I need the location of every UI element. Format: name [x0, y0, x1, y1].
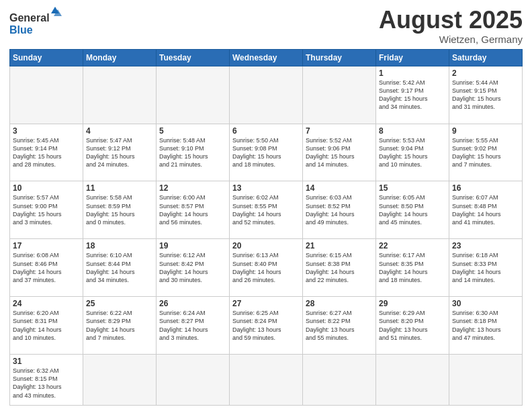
col-friday: Friday — [376, 49, 449, 66]
calendar-cell: 5Sunrise: 5:48 AMSunset: 9:10 PMDaylight… — [157, 124, 230, 181]
day-info: Sunrise: 5:47 AMSunset: 9:12 PMDaylight:… — [86, 136, 153, 169]
day-number: 14 — [306, 183, 373, 193]
day-info: Sunrise: 6:03 AMSunset: 8:52 PMDaylight:… — [306, 193, 373, 226]
day-info: Sunrise: 6:10 AMSunset: 8:44 PMDaylight:… — [86, 251, 153, 284]
calendar-cell: 23Sunrise: 6:18 AMSunset: 8:33 PMDayligh… — [449, 239, 523, 297]
day-number: 24 — [13, 299, 80, 308]
day-number: 4 — [86, 126, 153, 136]
day-info: Sunrise: 5:58 AMSunset: 8:59 PMDaylight:… — [86, 193, 153, 226]
day-info: Sunrise: 6:18 AMSunset: 8:33 PMDaylight:… — [452, 251, 519, 284]
calendar-cell: 26Sunrise: 6:24 AMSunset: 8:27 PMDayligh… — [157, 297, 230, 355]
day-info: Sunrise: 6:24 AMSunset: 8:27 PMDaylight:… — [159, 309, 226, 342]
calendar-cell: 4Sunrise: 5:47 AMSunset: 9:12 PMDaylight… — [83, 124, 157, 181]
day-info: Sunrise: 5:55 AMSunset: 9:02 PMDaylight:… — [452, 136, 519, 169]
col-saturday: Saturday — [449, 49, 523, 66]
calendar-cell — [157, 66, 230, 124]
month-title: August 2025 — [379, 7, 523, 34]
day-number: 10 — [13, 183, 80, 193]
calendar-cell: 25Sunrise: 6:22 AMSunset: 8:29 PMDayligh… — [83, 297, 157, 355]
day-number: 16 — [452, 183, 519, 193]
calendar-cell — [83, 66, 157, 124]
day-number: 26 — [159, 299, 226, 308]
day-info: Sunrise: 5:45 AMSunset: 9:14 PMDaylight:… — [13, 136, 80, 169]
calendar-cell: 28Sunrise: 6:27 AMSunset: 8:22 PMDayligh… — [303, 297, 376, 355]
day-info: Sunrise: 5:52 AMSunset: 9:06 PMDaylight:… — [306, 136, 373, 169]
calendar-cell: 16Sunrise: 6:07 AMSunset: 8:48 PMDayligh… — [449, 181, 523, 239]
calendar-cell — [303, 66, 376, 124]
logo-area: General Blue — [9, 7, 63, 40]
day-info: Sunrise: 6:13 AMSunset: 8:40 PMDaylight:… — [232, 251, 300, 284]
calendar-cell: 30Sunrise: 6:30 AMSunset: 8:18 PMDayligh… — [449, 297, 523, 355]
day-info: Sunrise: 6:29 AMSunset: 8:20 PMDaylight:… — [379, 309, 446, 342]
calendar-cell: 7Sunrise: 5:52 AMSunset: 9:06 PMDaylight… — [303, 124, 376, 181]
day-info: Sunrise: 6:02 AMSunset: 8:55 PMDaylight:… — [232, 193, 300, 226]
calendar-cell: 11Sunrise: 5:58 AMSunset: 8:59 PMDayligh… — [83, 181, 157, 239]
calendar-cell: 27Sunrise: 6:25 AMSunset: 8:24 PMDayligh… — [230, 297, 303, 355]
calendar-cell — [303, 355, 376, 406]
location-title: Wietzen, Germany — [379, 34, 523, 45]
day-number: 9 — [452, 126, 519, 136]
calendar-cell: 20Sunrise: 6:13 AMSunset: 8:40 PMDayligh… — [230, 239, 303, 297]
svg-text:Blue: Blue — [9, 24, 33, 36]
day-info: Sunrise: 6:22 AMSunset: 8:29 PMDaylight:… — [86, 309, 153, 342]
calendar-cell: 3Sunrise: 5:45 AMSunset: 9:14 PMDaylight… — [10, 124, 83, 181]
calendar-cell: 17Sunrise: 6:08 AMSunset: 8:46 PMDayligh… — [10, 239, 83, 297]
day-info: Sunrise: 6:15 AMSunset: 8:38 PMDaylight:… — [306, 251, 373, 284]
day-number: 11 — [86, 183, 153, 193]
day-info: Sunrise: 6:12 AMSunset: 8:42 PMDaylight:… — [159, 251, 226, 284]
day-number: 5 — [159, 126, 226, 136]
page: General Blue August 2025 Wietzen, German… — [0, 0, 532, 411]
calendar-cell: 8Sunrise: 5:53 AMSunset: 9:04 PMDaylight… — [376, 124, 449, 181]
calendar-cell — [449, 355, 523, 406]
calendar-cell: 13Sunrise: 6:02 AMSunset: 8:55 PMDayligh… — [230, 181, 303, 239]
day-number: 1 — [379, 68, 446, 78]
col-tuesday: Tuesday — [157, 49, 230, 66]
day-number: 3 — [13, 126, 80, 136]
calendar-cell — [230, 355, 303, 406]
logo-icon: General Blue — [9, 7, 63, 40]
day-info: Sunrise: 6:27 AMSunset: 8:22 PMDaylight:… — [306, 309, 373, 342]
day-info: Sunrise: 5:42 AMSunset: 9:17 PMDaylight:… — [379, 79, 446, 111]
day-number: 27 — [232, 299, 300, 308]
calendar-cell: 22Sunrise: 6:17 AMSunset: 8:35 PMDayligh… — [376, 239, 449, 297]
day-info: Sunrise: 5:48 AMSunset: 9:10 PMDaylight:… — [159, 136, 226, 169]
calendar-cell — [157, 355, 230, 406]
day-info: Sunrise: 6:05 AMSunset: 8:50 PMDaylight:… — [379, 193, 446, 226]
col-thursday: Thursday — [303, 49, 376, 66]
day-number: 20 — [232, 241, 300, 250]
col-sunday: Sunday — [10, 49, 83, 66]
calendar-cell: 21Sunrise: 6:15 AMSunset: 8:38 PMDayligh… — [303, 239, 376, 297]
day-number: 30 — [452, 299, 519, 308]
day-number: 6 — [232, 126, 300, 136]
calendar-cell: 9Sunrise: 5:55 AMSunset: 9:02 PMDaylight… — [449, 124, 523, 181]
day-number: 13 — [232, 183, 300, 193]
day-number: 12 — [159, 183, 226, 193]
calendar-cell: 29Sunrise: 6:29 AMSunset: 8:20 PMDayligh… — [376, 297, 449, 355]
day-info: Sunrise: 6:20 AMSunset: 8:31 PMDaylight:… — [13, 309, 80, 342]
day-number: 15 — [379, 183, 446, 193]
svg-text:General: General — [9, 12, 50, 24]
day-number: 23 — [452, 241, 519, 250]
day-info: Sunrise: 6:00 AMSunset: 8:57 PMDaylight:… — [159, 193, 226, 226]
col-monday: Monday — [83, 49, 157, 66]
day-number: 28 — [306, 299, 373, 308]
calendar-cell: 1Sunrise: 5:42 AMSunset: 9:17 PMDaylight… — [376, 66, 449, 124]
calendar-cell: 14Sunrise: 6:03 AMSunset: 8:52 PMDayligh… — [303, 181, 376, 239]
day-number: 17 — [13, 241, 80, 250]
day-number: 22 — [379, 241, 446, 250]
calendar-cell: 24Sunrise: 6:20 AMSunset: 8:31 PMDayligh… — [10, 297, 83, 355]
calendar-cell: 12Sunrise: 6:00 AMSunset: 8:57 PMDayligh… — [157, 181, 230, 239]
day-number: 29 — [379, 299, 446, 308]
calendar-cell — [376, 355, 449, 406]
calendar-cell — [83, 355, 157, 406]
day-info: Sunrise: 6:30 AMSunset: 8:18 PMDaylight:… — [452, 309, 519, 342]
calendar-cell: 15Sunrise: 6:05 AMSunset: 8:50 PMDayligh… — [376, 181, 449, 239]
calendar-cell — [10, 66, 83, 124]
day-info: Sunrise: 6:07 AMSunset: 8:48 PMDaylight:… — [452, 193, 519, 226]
calendar-cell: 31Sunrise: 6:32 AMSunset: 8:15 PMDayligh… — [10, 355, 83, 406]
day-number: 7 — [306, 126, 373, 136]
calendar-table: Sunday Monday Tuesday Wednesday Thursday… — [9, 49, 523, 406]
day-info: Sunrise: 5:53 AMSunset: 9:04 PMDaylight:… — [379, 136, 446, 169]
calendar-cell: 18Sunrise: 6:10 AMSunset: 8:44 PMDayligh… — [83, 239, 157, 297]
calendar-cell — [230, 66, 303, 124]
